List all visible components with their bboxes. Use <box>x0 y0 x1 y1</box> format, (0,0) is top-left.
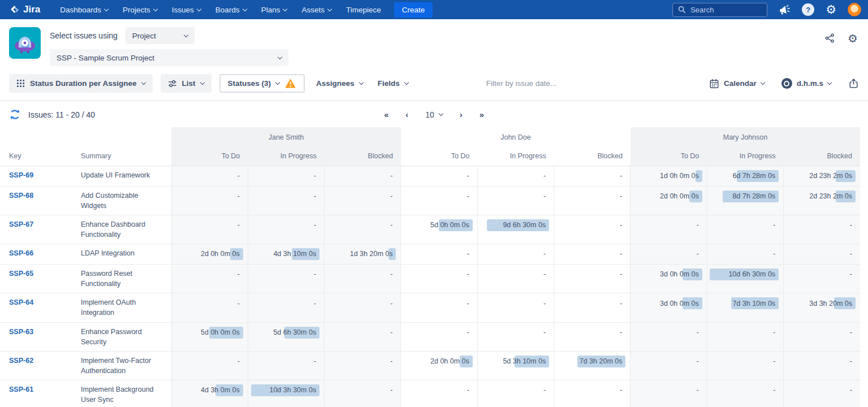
user-avatar[interactable] <box>848 3 861 16</box>
duration-empty: - <box>697 385 699 395</box>
issue-key-link[interactable]: SSP-68 <box>9 192 33 200</box>
corner-cell <box>0 127 171 147</box>
column-header-mary-johnson-in-progress[interactable]: In Progress <box>707 147 783 166</box>
duration-cell: - <box>325 265 401 293</box>
column-header-john-doe-in-progress[interactable]: In Progress <box>477 147 554 166</box>
view-select[interactable]: List <box>161 74 211 93</box>
next-page-button[interactable]: › <box>460 110 463 119</box>
duration-cell: 4d 3h 10m 0s <box>248 244 324 265</box>
nav-item-plans[interactable]: Plans <box>254 6 295 14</box>
column-header-summary[interactable]: Summary <box>76 147 171 166</box>
duration-cell: - <box>325 293 401 322</box>
page-size-select[interactable]: 10 <box>425 110 443 119</box>
global-search[interactable] <box>672 3 767 17</box>
duration-cell: - <box>554 380 631 407</box>
table-row: SSP-65Password Reset Functionality------… <box>0 265 860 293</box>
issue-key-link[interactable]: SSP-65 <box>9 270 33 278</box>
statuses-filter[interactable]: Statuses (3) <box>219 74 305 93</box>
create-button[interactable]: Create <box>394 2 433 18</box>
first-page-button[interactable]: « <box>384 110 388 119</box>
search-input[interactable] <box>690 6 758 14</box>
export-button[interactable] <box>848 78 859 89</box>
chevron-down-icon <box>359 80 363 85</box>
prev-page-button[interactable]: ‹ <box>405 110 408 119</box>
duration-empty: - <box>314 191 316 201</box>
column-header-jane-smith-in-progress[interactable]: In Progress <box>248 147 324 166</box>
nav-item-issues[interactable]: Issues <box>165 6 208 14</box>
duration-cell: - <box>171 215 248 244</box>
issue-key-link[interactable]: SSP-69 <box>9 171 33 179</box>
duration-cell: - <box>248 265 324 293</box>
refresh-button[interactable] <box>9 109 21 120</box>
calendar-select[interactable]: Calendar <box>709 79 765 89</box>
column-header-jane-smith-blocked[interactable]: Blocked <box>325 147 401 166</box>
duration-value: 5d 3h 10m 0s <box>503 356 546 366</box>
issue-date-filter[interactable]: Filter by issue date... <box>486 79 557 88</box>
refresh-icon <box>9 109 21 120</box>
column-header-key[interactable]: Key <box>0 147 76 166</box>
duration-empty: - <box>620 249 622 259</box>
duration-cell: 2d 23h 2m 0s <box>784 166 860 186</box>
chevron-down-icon <box>104 6 109 11</box>
duration-empty: - <box>467 327 469 337</box>
column-header-john-doe-to-do[interactable]: To Do <box>401 147 477 166</box>
column-header-jane-smith-to-do[interactable]: To Do <box>171 147 248 166</box>
duration-empty: - <box>850 356 852 366</box>
help-button[interactable]: ? <box>802 3 814 16</box>
table-row: SSP-64Implement OAuth Integration------3… <box>0 293 860 322</box>
last-page-button[interactable]: » <box>480 110 484 119</box>
issue-key-link[interactable]: SSP-67 <box>9 220 33 228</box>
duration-empty: - <box>390 191 392 201</box>
nav-item-assets[interactable]: Assets <box>294 6 339 14</box>
issue-key-cell: SSP-65 <box>0 265 76 293</box>
duration-cell: - <box>477 244 554 265</box>
nav-item-timepiece[interactable]: Timepiece <box>339 6 388 14</box>
duration-empty: - <box>314 269 316 279</box>
issue-source-select[interactable]: Project <box>126 27 195 44</box>
megaphone-icon[interactable] <box>778 3 792 16</box>
jira-logo[interactable]: Jira <box>9 4 40 15</box>
issue-summary-cell: Implement Two-Factor Authentication <box>76 351 171 380</box>
duration-cell: - <box>477 186 554 215</box>
settings-gear-icon[interactable]: ⚙ <box>826 4 836 16</box>
duration-value: 2d 0h 0m 0s <box>430 356 469 366</box>
column-header-mary-johnson-blocked[interactable]: Blocked <box>784 147 860 166</box>
duration-empty: - <box>467 385 469 395</box>
duration-cell: - <box>401 265 477 293</box>
nav-item-boards[interactable]: Boards <box>208 6 254 14</box>
issue-summary-cell: Password Reset Functionality <box>76 265 171 293</box>
duration-empty: - <box>314 356 316 366</box>
issue-key-cell: SSP-61 <box>0 380 76 407</box>
duration-cell: - <box>401 380 477 407</box>
nav-item-dashboards[interactable]: Dashboards <box>53 6 115 14</box>
issue-key-link[interactable]: SSP-64 <box>9 298 33 306</box>
duration-empty: - <box>237 269 240 279</box>
issue-key-link[interactable]: SSP-62 <box>9 357 33 365</box>
duration-empty: - <box>467 298 469 309</box>
duration-cell: - <box>325 380 401 407</box>
column-header-john-doe-blocked[interactable]: Blocked <box>554 147 631 166</box>
duration-empty: - <box>390 356 392 366</box>
duration-cell: - <box>554 265 631 293</box>
duration-cell: - <box>325 186 401 215</box>
duration-value: 9d 6h 30m 0s <box>503 220 546 230</box>
report-type-select[interactable]: Status Duration per Assignee <box>9 74 153 93</box>
fields-filter[interactable]: Fields <box>374 74 412 93</box>
issue-key-cell: SSP-64 <box>0 293 76 322</box>
issue-key-link[interactable]: SSP-63 <box>9 328 33 336</box>
issues-count: Issues: 11 - 20 / 40 <box>28 110 95 119</box>
issue-key-link[interactable]: SSP-61 <box>9 386 33 393</box>
assignees-filter[interactable]: Assignees <box>313 74 366 93</box>
project-select[interactable]: SSP - Sample Scrum Project <box>50 49 288 66</box>
duration-empty: - <box>850 269 852 279</box>
nav-right: ? ⚙ <box>672 3 861 17</box>
report-settings-gear-icon[interactable]: ⚙ <box>848 33 858 44</box>
share-button[interactable] <box>824 33 835 46</box>
duration-cell: 5d 0h 0m 0s <box>401 215 477 244</box>
duration-cell: 6d 7h 28m 0s <box>707 166 783 186</box>
issue-key-link[interactable]: SSP-66 <box>9 249 33 257</box>
nav-item-projects[interactable]: Projects <box>115 6 165 14</box>
table-row: SSP-66LDAP Integration2d 0h 0m 0s4d 3h 1… <box>0 244 860 265</box>
column-header-mary-johnson-to-do[interactable]: To Do <box>631 147 707 166</box>
time-format-select[interactable]: d.h.m.s <box>781 78 831 89</box>
